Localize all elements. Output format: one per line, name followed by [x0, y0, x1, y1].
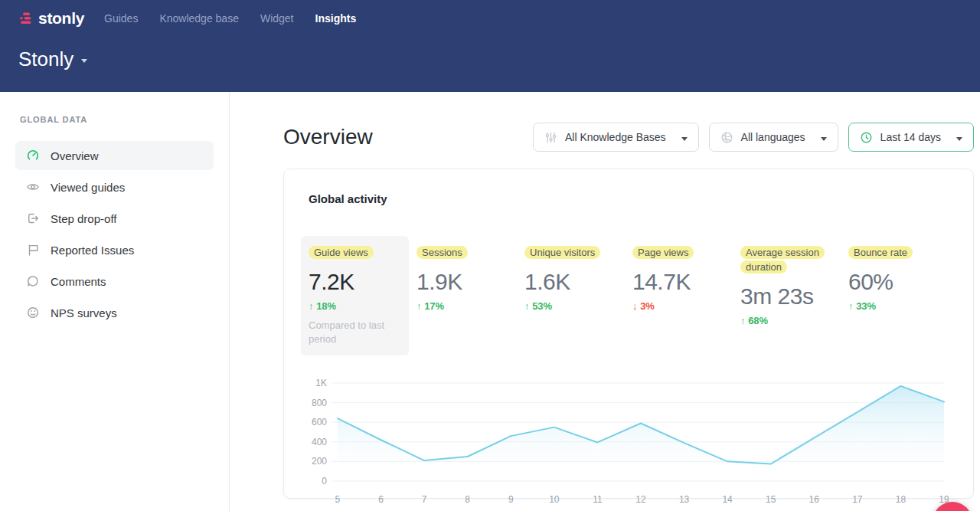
- page-title: Overview: [283, 125, 373, 149]
- metric-change: ↑ 18%: [309, 300, 401, 312]
- svg-text:800: 800: [312, 398, 327, 408]
- svg-text:8: 8: [465, 494, 470, 505]
- top-navigation: Guides Knowledge base Widget Insights: [104, 12, 356, 25]
- arrow-up-icon: ↑: [524, 300, 530, 312]
- date-range-filter-dropdown[interactable]: Last 14 days: [848, 123, 974, 152]
- metric-value: 1.9K: [416, 269, 509, 295]
- svg-text:15: 15: [766, 494, 776, 505]
- smiley-icon: [26, 306, 40, 319]
- arrow-up-icon: ↑: [416, 300, 422, 312]
- chevron-down-icon: [681, 137, 688, 141]
- workspace-switcher[interactable]: Stonly: [18, 47, 980, 71]
- metric-value: 3m 23s: [740, 283, 833, 310]
- metric-label: Sessions: [416, 246, 468, 259]
- sliders-icon: [544, 131, 557, 144]
- sidebar-item-label: Reported Issues: [51, 244, 134, 257]
- filters-bar: All Knowledge Bases All languages: [533, 123, 974, 152]
- svg-text:7: 7: [422, 494, 427, 505]
- svg-text:13: 13: [679, 494, 690, 505]
- metric-change: ↑ 68%: [740, 315, 833, 326]
- chevron-down-icon: [956, 137, 962, 141]
- arrow-up-icon: ↑: [309, 300, 314, 312]
- metric-page-views[interactable]: Page views 14.7K ↓ 3%: [625, 236, 733, 355]
- sidebar-item-nps-surveys[interactable]: NPS surveys: [15, 298, 214, 327]
- sidebar-item-step-drop-off[interactable]: Step drop-off: [15, 204, 214, 233]
- metric-label: Unique visitors: [524, 246, 600, 259]
- metric-bounce-rate[interactable]: Bounce rate 60% ↑ 33%: [841, 236, 949, 355]
- knowledge-base-filter-dropdown[interactable]: All Knowledge Bases: [533, 123, 699, 152]
- metric-guide-views[interactable]: Guide views 7.2K ↑ 18% Compared to last …: [301, 236, 409, 355]
- gauge-icon: [26, 149, 40, 162]
- sidebar-item-overview[interactable]: Overview: [15, 141, 214, 170]
- svg-text:6: 6: [378, 494, 384, 505]
- svg-text:18: 18: [896, 494, 906, 505]
- sidebar-item-label: Step drop-off: [51, 212, 116, 225]
- metric-value: 60%: [848, 269, 941, 295]
- logo-text: stonly: [38, 9, 84, 28]
- sidebar: GLOBAL DATA Overview Viewed guides Step …: [0, 92, 230, 511]
- nav-item-guides[interactable]: Guides: [104, 12, 138, 25]
- metric-change: ↑ 33%: [848, 300, 941, 312]
- metric-value: 14.7K: [632, 269, 725, 295]
- sidebar-item-reported-issues[interactable]: Reported Issues: [15, 235, 214, 264]
- sidebar-item-viewed-guides[interactable]: Viewed guides: [15, 172, 214, 201]
- nav-item-knowledge-base[interactable]: Knowledge base: [159, 12, 239, 25]
- comment-icon: [26, 274, 40, 288]
- svg-text:16: 16: [809, 494, 820, 505]
- language-filter-dropdown[interactable]: All languages: [709, 123, 838, 152]
- svg-text:0: 0: [322, 476, 327, 486]
- main-content: Overview All Knowledge Bases: [230, 92, 980, 511]
- metric-value: 1.6K: [524, 269, 617, 295]
- filter-label: All Knowledge Bases: [565, 131, 666, 143]
- svg-text:17: 17: [852, 494, 863, 505]
- sidebar-item-label: NPS surveys: [51, 306, 117, 319]
- sidebar-section-label: GLOBAL DATA: [15, 115, 214, 124]
- metric-value: 7.2K: [309, 269, 401, 295]
- svg-text:5: 5: [335, 494, 341, 505]
- svg-text:9: 9: [508, 494, 514, 505]
- nav-item-widget[interactable]: Widget: [260, 12, 294, 25]
- stonly-logo[interactable]: stonly: [18, 9, 84, 28]
- svg-text:200: 200: [312, 457, 327, 467]
- svg-text:11: 11: [593, 494, 603, 505]
- metric-note: Compared to last period: [309, 319, 401, 346]
- top-header: stonly Guides Knowledge base Widget Insi…: [0, 0, 980, 92]
- activity-chart: 02004006008001K5678910111213141516171819: [309, 374, 949, 511]
- metric-change: ↑ 17%: [416, 300, 509, 312]
- metric-change: ↑ 53%: [524, 300, 617, 312]
- area-chart: 02004006008001K5678910111213141516171819: [309, 374, 949, 509]
- global-activity-card: Global activity Guide views 7.2K ↑ 18% C…: [283, 169, 974, 499]
- clock-icon: [860, 131, 873, 144]
- metric-change: ↓ 3%: [632, 300, 725, 312]
- card-title: Global activity: [309, 192, 949, 205]
- sidebar-item-label: Viewed guides: [51, 181, 125, 194]
- globe-icon: [720, 131, 733, 144]
- metric-average-session-duration[interactable]: Average session duration 3m 23s ↑ 68%: [733, 236, 841, 355]
- arrow-up-icon: ↑: [740, 315, 746, 326]
- metric-label: Guide views: [309, 246, 374, 259]
- metric-label: Bounce rate: [848, 246, 913, 259]
- metric-label: Average session duration: [740, 246, 825, 274]
- arrow-down-icon: ↓: [632, 300, 638, 312]
- svg-text:600: 600: [312, 418, 327, 428]
- svg-text:10: 10: [549, 494, 560, 505]
- metric-unique-visitors[interactable]: Unique visitors 1.6K ↑ 53%: [517, 236, 625, 355]
- sidebar-item-label: Overview: [51, 149, 99, 162]
- svg-text:1K: 1K: [315, 378, 327, 388]
- chevron-down-icon: [821, 137, 827, 141]
- svg-text:14: 14: [722, 494, 733, 505]
- eye-icon: [26, 180, 40, 194]
- svg-text:400: 400: [312, 437, 327, 447]
- filter-label: Last 14 days: [880, 131, 941, 143]
- sidebar-item-comments[interactable]: Comments: [15, 267, 214, 296]
- flag-icon: [26, 243, 40, 257]
- step-out-icon: [26, 211, 40, 225]
- workspace-name: Stonly: [18, 47, 74, 71]
- nav-item-insights[interactable]: Insights: [315, 12, 357, 25]
- stonly-logo-icon: [18, 11, 34, 26]
- sidebar-item-label: Comments: [51, 275, 106, 288]
- filter-label: All languages: [741, 131, 805, 143]
- svg-text:12: 12: [635, 494, 646, 505]
- metric-label: Page views: [632, 246, 694, 259]
- metric-sessions[interactable]: Sessions 1.9K ↑ 17%: [409, 236, 517, 355]
